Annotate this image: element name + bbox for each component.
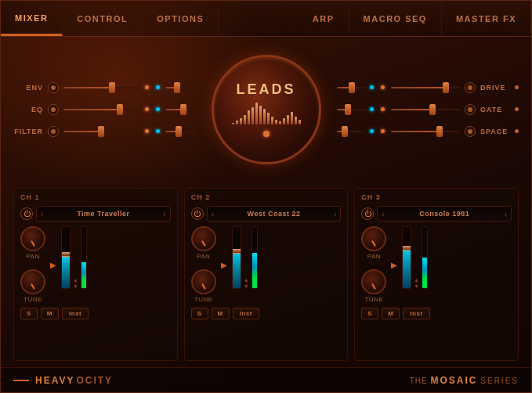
fader-arrows-ch1[interactable]: ▲ ▼ xyxy=(73,277,78,289)
m-btn-ch2[interactable]: M xyxy=(212,308,230,319)
ch-selector-ch1: ⏻ ‹ Time Traveller › xyxy=(20,206,171,222)
vertical-fader-ch3[interactable] xyxy=(402,226,411,289)
space-label: SPACE xyxy=(480,128,510,135)
s-btn-ch2[interactable]: S xyxy=(191,308,208,319)
space-slider2[interactable] xyxy=(337,130,364,133)
gate-power[interactable] xyxy=(465,104,476,115)
ch-knobs-ch1: PAN TUNE xyxy=(20,226,45,303)
drive-slider2[interactable] xyxy=(337,86,364,89)
filter-slider2[interactable] xyxy=(165,130,195,133)
ch-controls-ch1: PAN TUNE ▶ ▲ xyxy=(20,226,171,303)
fader-down-arrow-ch1[interactable]: ▼ xyxy=(73,283,78,289)
nav-arp[interactable]: ARP xyxy=(299,1,349,36)
drive-power[interactable] xyxy=(465,82,476,93)
eq-slider[interactable] xyxy=(63,108,139,111)
ch-arrow-left-ch2[interactable]: ‹ xyxy=(212,210,214,218)
ch-buttons-ch1: S M Inst xyxy=(20,308,171,319)
vertical-fader-ch2[interactable] xyxy=(232,226,241,289)
inst-btn-ch1[interactable]: Inst xyxy=(62,308,89,319)
inst-btn-ch2[interactable]: Inst xyxy=(233,308,259,319)
ch-arrow-right-ch3[interactable]: › xyxy=(505,210,507,218)
space-power[interactable] xyxy=(465,126,476,137)
eq-slider2[interactable] xyxy=(165,108,195,111)
s-btn-ch3[interactable]: S xyxy=(361,308,378,319)
gate-row: GATE xyxy=(337,103,519,117)
filter-slider[interactable] xyxy=(63,130,139,133)
big-knob[interactable]: LEADS xyxy=(212,55,321,164)
m-btn-ch3[interactable]: M xyxy=(382,308,400,319)
wave-bar xyxy=(236,121,238,124)
fader-up-arrow-ch3[interactable]: ▲ xyxy=(414,277,419,283)
ch-power-ch3[interactable]: ⏻ xyxy=(361,207,374,220)
main-content: ENV xyxy=(1,37,531,392)
gate-label: GATE xyxy=(480,106,510,114)
tune-label-ch1: TUNE xyxy=(24,296,42,303)
eq-label: EQ xyxy=(13,106,43,114)
fader-down-arrow-ch2[interactable]: ▼ xyxy=(244,283,249,289)
nav-control[interactable]: CONTROL xyxy=(63,1,143,36)
filter-power[interactable] xyxy=(48,126,59,137)
brand-line xyxy=(13,380,29,381)
m-btn-ch1[interactable]: M xyxy=(41,308,59,319)
top-nav: MIXER CONTROL OPTIONS ARP MACRO SEQ MAST… xyxy=(1,1,531,37)
env-label: ENV xyxy=(13,84,43,92)
play-arrow-ch2[interactable]: ▶ xyxy=(221,261,227,269)
ch-fader-area-ch3: ▲ ▼ xyxy=(402,226,512,289)
nav-mixer[interactable]: MIXER xyxy=(1,1,63,36)
env-slider[interactable] xyxy=(63,86,139,89)
space-slider[interactable] xyxy=(391,130,460,133)
eq-power[interactable] xyxy=(48,104,59,115)
fader-up-arrow-ch1[interactable]: ▲ xyxy=(73,277,78,283)
fader-thumb-ch3[interactable] xyxy=(402,246,411,251)
ch-arrow-right-ch2[interactable]: › xyxy=(334,210,336,218)
pan-wrap-ch2: PAN xyxy=(191,226,216,260)
series-the: THE xyxy=(410,377,428,385)
ch-knobs-ch3: PAN TUNE xyxy=(361,226,386,303)
vertical-fader-ch1[interactable] xyxy=(61,226,71,289)
ch-knobs-ch2: PAN TUNE xyxy=(191,226,216,303)
tune-wrap-ch1: TUNE xyxy=(20,266,45,303)
nav-options[interactable]: OPTIONS xyxy=(143,1,219,36)
pan-knob-ch3[interactable] xyxy=(361,226,386,251)
ch-name-box-ch1: ‹ Time Traveller › xyxy=(36,206,171,222)
env-slider2[interactable] xyxy=(165,86,195,89)
pan-knob-ch1[interactable] xyxy=(20,226,45,251)
gate-slider2[interactable] xyxy=(337,108,364,111)
drive-slider[interactable] xyxy=(391,86,460,89)
ch-power-ch2[interactable]: ⏻ xyxy=(191,207,204,220)
ch-name-box-ch3: ‹ Console 1981 › xyxy=(377,206,512,222)
fader-down-arrow-ch3[interactable]: ▼ xyxy=(414,283,419,289)
s-btn-ch1[interactable]: S xyxy=(20,308,38,319)
ch-label-ch3: CH 3 xyxy=(361,193,512,201)
fader-arrows-ch2[interactable]: ▲ ▼ xyxy=(244,277,249,289)
nav-macro-seq[interactable]: MACRO SEQ xyxy=(349,1,442,36)
fader-arrows-ch3[interactable]: ▲ ▼ xyxy=(414,277,419,289)
nav-master-fx[interactable]: MASTER FX xyxy=(442,1,531,36)
fader-thumb-ch2[interactable] xyxy=(232,249,241,254)
fader-thumb-ch1[interactable] xyxy=(61,252,71,257)
play-arrow-ch1[interactable]: ▶ xyxy=(50,261,56,269)
gate-slider[interactable] xyxy=(391,108,460,111)
tune-label-ch2: TUNE xyxy=(194,296,213,303)
play-arrow-ch3[interactable]: ▶ xyxy=(391,261,397,269)
brand-heavy: HEAVY xyxy=(35,375,74,386)
tune-knob-ch3[interactable] xyxy=(361,269,386,294)
wave-bar xyxy=(244,115,246,124)
drive-label: DRIVE xyxy=(480,84,510,92)
right-sliders: DRIVE xyxy=(329,81,519,139)
tune-knob-ch1[interactable] xyxy=(20,269,45,294)
ch-arrow-left-ch1[interactable]: ‹ xyxy=(41,210,43,218)
tune-knob-ch2[interactable] xyxy=(191,269,216,294)
pan-knob-ch2[interactable] xyxy=(191,226,216,251)
ch-power-ch1[interactable]: ⏻ xyxy=(20,207,33,220)
env-power[interactable] xyxy=(48,82,59,93)
ch-name-text-ch2: West Coast 22 xyxy=(248,210,301,218)
fader-up-arrow-ch2[interactable]: ▲ xyxy=(244,277,249,283)
pan-wrap-ch3: PAN xyxy=(361,226,386,260)
ch-arrow-left-ch3[interactable]: ‹ xyxy=(382,210,384,218)
inst-btn-ch3[interactable]: Inst xyxy=(403,308,429,319)
ch-buttons-ch3: S M Inst xyxy=(361,308,512,319)
fader-col-ch2 xyxy=(232,226,241,289)
meter-bar-ch1 xyxy=(81,226,87,289)
ch-arrow-right-ch1[interactable]: › xyxy=(163,210,165,218)
